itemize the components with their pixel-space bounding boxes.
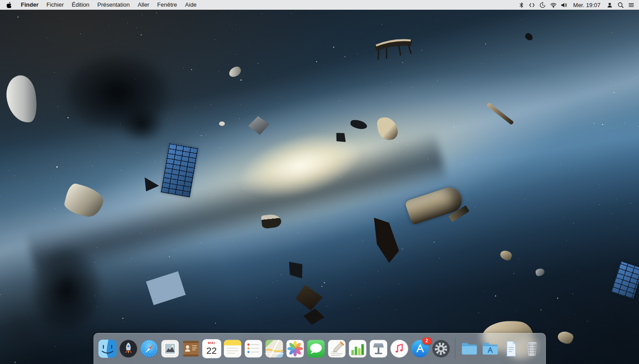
dock-launchpad[interactable] xyxy=(119,339,138,358)
document-icon xyxy=(502,339,521,358)
solar-panel-debris xyxy=(611,262,639,299)
dock-separator xyxy=(455,338,455,359)
launchpad-icon xyxy=(119,339,138,358)
dock-photos[interactable] xyxy=(286,339,305,358)
itunes-icon xyxy=(390,339,409,358)
folder-icon xyxy=(460,339,479,358)
user-icon[interactable] xyxy=(604,0,615,10)
dock-maps[interactable] xyxy=(265,339,284,358)
finder-icon xyxy=(98,339,117,358)
dock-safari[interactable] xyxy=(140,339,159,358)
menu-bar-status: Mer. 19:07 xyxy=(516,0,636,10)
calendar-month-label: MAI xyxy=(208,341,215,345)
contacts-icon xyxy=(181,339,200,358)
space-debris-gray-bit xyxy=(535,268,545,276)
dock-mail[interactable] xyxy=(161,339,180,358)
dock-trash[interactable] xyxy=(522,339,541,358)
notification-center-icon[interactable] xyxy=(626,0,636,10)
reminders-icon xyxy=(244,339,263,358)
menu-item-presentation[interactable]: Présentation xyxy=(94,0,134,10)
dock-folder[interactable] xyxy=(460,339,479,358)
menu-item-fenetre[interactable]: Fenêtre xyxy=(153,0,181,10)
apple-menu[interactable] xyxy=(3,2,17,8)
pages-icon xyxy=(327,339,346,358)
wifi-icon[interactable] xyxy=(548,0,559,10)
bluetooth-icon[interactable] xyxy=(516,0,527,10)
dock-notes[interactable] xyxy=(223,339,242,358)
maps-icon xyxy=(265,339,284,358)
menu-item-aide[interactable]: Aide xyxy=(181,0,200,10)
notes-icon xyxy=(223,339,242,358)
numbers-icon xyxy=(348,339,367,358)
dock-pages[interactable] xyxy=(327,339,346,358)
calendar-day-label: 22 xyxy=(206,346,216,355)
dock-keynote[interactable] xyxy=(369,339,388,358)
safari-icon xyxy=(140,339,159,358)
menu-item-fichier[interactable]: Fichier xyxy=(43,0,68,10)
photos-icon xyxy=(286,339,305,358)
apple-icon xyxy=(6,2,12,8)
dock-contacts[interactable] xyxy=(181,339,200,358)
messages-icon xyxy=(306,339,325,358)
menu-item-aller[interactable]: Aller xyxy=(134,0,153,10)
dock: MAI 22 xyxy=(94,333,546,364)
dock-system-preferences[interactable] xyxy=(431,339,451,358)
applications-folder-icon xyxy=(481,339,500,358)
dock-finder[interactable] xyxy=(98,339,117,358)
space-debris-tan-bit xyxy=(556,329,574,346)
dock-calendar[interactable]: MAI 22 xyxy=(202,339,221,358)
menu-bar-clock[interactable]: Mer. 19:07 xyxy=(569,2,604,8)
menu-item-edition[interactable]: Édition xyxy=(68,0,94,10)
dock-itunes[interactable] xyxy=(390,339,409,358)
volume-icon[interactable] xyxy=(559,0,569,10)
time-machine-icon[interactable] xyxy=(537,0,548,10)
menu-bar: Finder Fichier Édition Présentation Alle… xyxy=(0,0,639,10)
keynote-icon xyxy=(369,339,388,358)
dock-app-store[interactable]: 2 xyxy=(411,339,430,358)
menu-item-finder[interactable]: Finder xyxy=(17,0,43,10)
app-store-badge: 2 xyxy=(422,337,432,344)
dock-applications-folder[interactable] xyxy=(481,339,500,358)
mail-stamp-icon xyxy=(161,339,180,358)
trash-icon xyxy=(522,339,541,358)
menu-bar-left: Finder Fichier Édition Présentation Alle… xyxy=(3,0,200,10)
screen: Finder Fichier Édition Présentation Alle… xyxy=(0,0,639,364)
desktop[interactable] xyxy=(0,10,639,364)
spotlight-icon[interactable] xyxy=(615,0,626,10)
dock-numbers[interactable] xyxy=(348,339,367,358)
dock-documents[interactable] xyxy=(502,339,521,358)
dock-reminders[interactable] xyxy=(244,339,263,358)
system-preferences-icon xyxy=(431,339,451,358)
input-brackets-icon[interactable] xyxy=(527,0,537,10)
dock-messages[interactable] xyxy=(306,339,325,358)
